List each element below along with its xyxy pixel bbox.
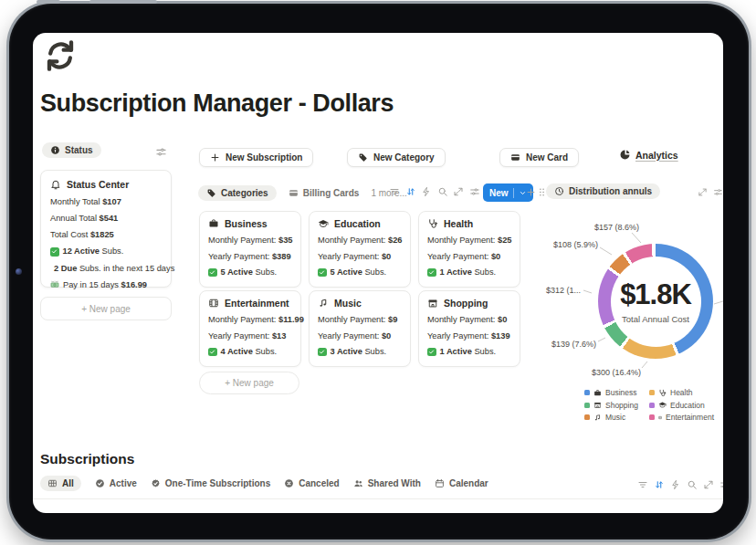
clock-icon — [554, 186, 564, 196]
chart-legend: Business Shopping Music Health Education… — [584, 388, 714, 422]
settings-sliders-icon[interactable] — [719, 479, 723, 490]
bell-icon — [50, 179, 61, 190]
tablet-top-button-2 — [89, 0, 157, 4]
total-annual-value: $1.8K — [620, 278, 691, 311]
green-check-icon — [208, 348, 217, 357]
total-cost-row: Total Cost $1825 — [50, 230, 162, 240]
card-health[interactable]: Health Monthly Payment: $25 Yearly Payme… — [418, 211, 520, 288]
donut-chart: $1.8K Total Annual Cost — [598, 244, 713, 359]
film-icon — [658, 414, 662, 422]
chart-callout-shopping: $139 (7.6%) — [551, 340, 596, 349]
sort-icon[interactable] — [405, 186, 416, 197]
search-icon[interactable] — [687, 479, 698, 490]
stethoscope-icon — [427, 218, 438, 229]
legend-item-education: Education — [649, 401, 714, 410]
donut-center: $1.8K Total Annual Cost — [611, 257, 701, 347]
due-subs-row: 2 Due Subs. in the next 15 days — [50, 264, 162, 274]
tab-active[interactable]: Active — [95, 478, 137, 488]
credit-card-icon — [510, 152, 520, 162]
new-category-label: New Category — [373, 152, 435, 162]
film-icon — [208, 298, 219, 309]
expand-icon[interactable] — [698, 187, 708, 197]
tablet-top-button-1 — [37, 0, 60, 4]
calendar-icon — [435, 478, 445, 488]
new-category-button[interactable]: New Category — [347, 148, 446, 167]
card-education[interactable]: Education Monthly Payment: $26 Yearly Pa… — [309, 211, 411, 288]
status-button-label: Status — [65, 145, 93, 155]
graduation-cap-icon — [658, 401, 667, 409]
pie-chart-icon — [619, 149, 631, 161]
stethoscope-icon — [658, 389, 667, 397]
tab-canceled[interactable]: Canceled — [284, 478, 339, 488]
settings-sliders-icon[interactable] — [155, 146, 167, 158]
check-circle-icon — [95, 478, 105, 488]
filter-icon[interactable] — [389, 186, 400, 197]
plus-icon[interactable] — [526, 187, 536, 197]
lightning-icon[interactable] — [421, 186, 432, 197]
page-title: Subscription Manager - Dollars — [40, 89, 394, 118]
green-check-icon — [318, 268, 327, 278]
tab-all[interactable]: All — [40, 476, 81, 491]
analytics-button[interactable]: Analytics — [619, 149, 678, 161]
status-center-card[interactable]: Status Center Monthly Total $107 Annual … — [40, 170, 172, 288]
tab-distribution-annuls[interactable]: Distribution annuls — [546, 183, 660, 199]
badge-check-icon — [151, 478, 161, 488]
legend-item-business: Business — [584, 388, 649, 397]
pay-row: Pay in 15 days $16.99 — [50, 280, 162, 290]
people-icon — [353, 478, 363, 488]
green-check-icon — [427, 348, 436, 357]
new-page-button-left[interactable]: + New page — [40, 297, 172, 320]
app-screen: Subscription Manager - Dollars Status Ne… — [33, 33, 723, 513]
expand-icon[interactable] — [703, 479, 714, 490]
green-check-icon — [318, 348, 327, 357]
new-page-button-categories[interactable]: + New page — [199, 372, 299, 394]
settings-sliders-icon[interactable] — [713, 187, 723, 197]
page-refresh-icon[interactable] — [42, 37, 79, 74]
x-circle-icon — [284, 478, 294, 488]
tab-shared-with[interactable]: Shared With — [353, 478, 421, 488]
green-check-icon — [208, 268, 217, 278]
tab-billing-cards[interactable]: Billing Cards — [289, 188, 360, 198]
chart-callout-entertainment: $157 (8.6%) — [577, 223, 639, 232]
tag-icon — [358, 152, 368, 162]
view-tabs: Categories Billing Cards 1 more... — [198, 182, 407, 204]
music-note-icon — [593, 414, 602, 422]
expand-icon[interactable] — [453, 186, 464, 197]
new-subscription-button[interactable]: New Subscription — [199, 148, 313, 167]
card-shopping[interactable]: Shopping Monthly Payment: $0 Yearly Paym… — [418, 290, 520, 367]
legend-item-shopping: Shopping — [584, 401, 649, 410]
monthly-total-row: Monthly Total $107 — [50, 197, 162, 207]
section-divider — [33, 498, 723, 499]
analytics-label: Analytics — [635, 150, 678, 161]
tab-calendar[interactable]: Calendar — [435, 478, 488, 488]
button-divider — [513, 188, 514, 198]
chart-callout-education: $312 (1... — [546, 286, 581, 295]
tab-one-time-subscriptions[interactable]: One-Time Subscriptions — [151, 478, 270, 488]
active-subs-row: 12 Active Subs. — [50, 246, 162, 257]
card-business[interactable]: Business Monthly Payment: $35 Yearly Pay… — [199, 211, 301, 288]
card-entertainment[interactable]: Entertainment Monthly Payment: $11.99 Ye… — [199, 290, 301, 367]
tag-icon — [206, 188, 216, 198]
total-annual-label: Total Annual Cost — [622, 314, 689, 324]
tab-categories[interactable]: Categories — [198, 185, 277, 201]
settings-sliders-icon[interactable] — [469, 186, 480, 197]
graduation-cap-icon — [318, 218, 329, 229]
legend-item-health: Health — [649, 388, 714, 397]
legend-item-music: Music — [584, 413, 649, 422]
new-card-button[interactable]: New Card — [499, 148, 579, 167]
status-center-title: Status Center — [67, 179, 129, 190]
legend-item-entertainment: Entertainment — [649, 413, 714, 422]
info-icon — [50, 145, 60, 155]
card-music[interactable]: Music Monthly Payment: $9 Yearly Payment… — [309, 290, 411, 367]
green-check-icon — [427, 268, 436, 278]
category-cards-grid: Business Monthly Payment: $35 Yearly Pay… — [199, 211, 520, 367]
status-button[interactable]: Status — [42, 142, 101, 158]
sort-icon[interactable] — [654, 479, 665, 490]
plus-icon — [210, 152, 220, 162]
lightning-icon[interactable] — [670, 479, 681, 490]
money-icon — [50, 280, 59, 289]
storefront-icon — [593, 401, 602, 409]
music-note-icon — [318, 298, 329, 309]
search-icon[interactable] — [437, 186, 448, 197]
filter-icon[interactable] — [637, 479, 648, 490]
